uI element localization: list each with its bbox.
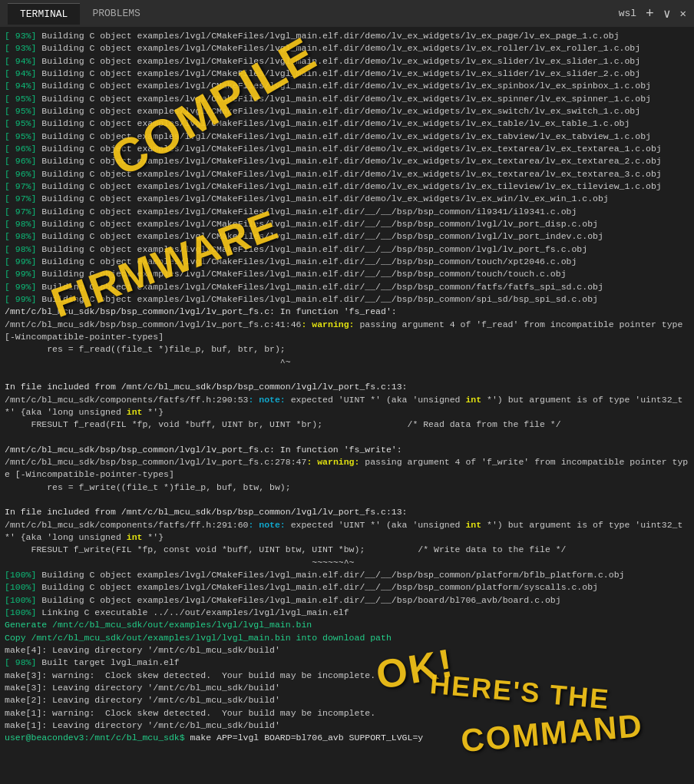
terminal-line: [ 99%] Building C object examples/lvgl/C… — [5, 281, 689, 293]
terminal-line: In file included from /mnt/c/bl_mcu_sdk/… — [5, 381, 689, 393]
terminal-body[interactable]: [ 93%] Building C object examples/lvgl/C… — [0, 27, 694, 784]
problems-tab[interactable]: PROBLEMS — [80, 3, 152, 24]
terminal-line: Copy /mnt/c/bl_mcu_sdk/out/examples/lvgl… — [5, 632, 689, 644]
terminal-line: make[3]: warning: Clock skew detected. Y… — [5, 670, 689, 682]
terminal-output: [ 93%] Building C object examples/lvgl/C… — [5, 30, 689, 745]
terminal-line: [100%] Building C object examples/lvgl/C… — [5, 594, 689, 607]
terminal-line: [ 94%] Building C object examples/lvgl/C… — [5, 55, 689, 68]
terminal-line: /mnt/c/bl_mcu_sdk/bsp/bsp_common/lvgl/lv… — [5, 306, 689, 318]
terminal-line: [ 96%] Building C object examples/lvgl/C… — [5, 143, 689, 155]
terminal-line: [ 96%] Building C object examples/lvgl/C… — [5, 168, 689, 180]
terminal-line: /mnt/c/bl_mcu_sdk/components/fatfs/ff.h:… — [5, 519, 689, 544]
terminal-line: [ 98%] Building C object examples/lvgl/C… — [5, 218, 689, 230]
terminal-line: make[3]: Leaving directory '/mnt/c/bl_mc… — [5, 682, 689, 694]
terminal-line: [ 95%] Building C object examples/lvgl/C… — [5, 105, 689, 117]
terminal-line: [ 96%] Building C object examples/lvgl/C… — [5, 155, 689, 167]
terminal-line: /mnt/c/bl_mcu_sdk/components/fatfs/ff.h:… — [5, 394, 689, 419]
terminal-line: [ 98%] Built target lvgl_main.elf — [5, 657, 689, 669]
terminal-line: ^~ — [5, 356, 689, 369]
terminal-line: Generate /mnt/c/bl_mcu_sdk/out/examples/… — [5, 619, 689, 631]
terminal-line: [100%] Building C object examples/lvgl/C… — [5, 569, 689, 581]
terminal-line: [ 94%] Building C object examples/lvgl/C… — [5, 68, 689, 80]
terminal-line: [ 99%] Building C object examples/lvgl/C… — [5, 256, 689, 268]
terminal-line: [ 98%] Building C object examples/lvgl/C… — [5, 243, 689, 256]
terminal-line: [ 95%] Building C object examples/lvgl/C… — [5, 93, 689, 105]
terminal-line: FRESULT f_read(FIL *fp, void *buff, UINT… — [5, 418, 689, 431]
titlebar: TERMINAL PROBLEMS wsl + ∨ ✕ — [0, 0, 694, 27]
terminal-line: /mnt/c/bl_mcu_sdk/bsp/bsp_common/lvgl/lv… — [5, 319, 689, 344]
terminal-line: [ 93%] Building C object examples/lvgl/C… — [5, 42, 689, 55]
terminal-line: In file included from /mnt/c/bl_mcu_sdk/… — [5, 506, 689, 518]
terminal-line: FRESULT f_write(FIL *fp, const void *buf… — [5, 544, 689, 556]
terminal-line: make[1]: Leaving directory '/mnt/c/bl_mc… — [5, 719, 689, 732]
chevron-down-icon[interactable]: ∨ — [663, 6, 671, 22]
terminal-line: [ 97%] Building C object examples/lvgl/C… — [5, 193, 689, 205]
terminal-line: res = f_read((file_t *)file_p, buf, btr,… — [5, 343, 689, 356]
add-terminal-icon[interactable]: + — [646, 6, 654, 22]
terminal-line: [ 99%] Building C object examples/lvgl/C… — [5, 268, 689, 280]
terminal-line: [ 95%] Building C object examples/lvgl/C… — [5, 117, 689, 130]
close-icon[interactable]: ✕ — [680, 7, 686, 20]
wsl-label: wsl — [619, 8, 636, 19]
titlebar-controls: wsl + ∨ ✕ — [619, 6, 686, 22]
terminal-line: make[4]: Leaving directory '/mnt/c/bl_mc… — [5, 644, 689, 657]
terminal-line: [ 93%] Building C object examples/lvgl/C… — [5, 30, 689, 42]
terminal-line: [ 98%] Building C object examples/lvgl/C… — [5, 230, 689, 243]
terminal-line — [5, 369, 689, 381]
terminal-tab[interactable]: TERMINAL — [8, 3, 80, 25]
terminal-line: [ 97%] Building C object examples/lvgl/C… — [5, 180, 689, 193]
terminal-line: user@beacondev3:/mnt/c/bl_mcu_sdk$ make … — [5, 732, 689, 744]
terminal-window: TERMINAL PROBLEMS wsl + ∨ ✕ [ 93%] Build… — [0, 0, 694, 784]
terminal-line: [100%] Linking C executable ../../out/ex… — [5, 607, 689, 619]
terminal-line: res = f_write((file_t *)file_p, buf, btw… — [5, 481, 689, 494]
terminal-line: /mnt/c/bl_mcu_sdk/bsp/bsp_common/lvgl/lv… — [5, 456, 689, 481]
terminal-line: ~~~~~~^~ — [5, 557, 689, 569]
terminal-line — [5, 432, 689, 444]
terminal-line: [ 99%] Building C object examples/lvgl/C… — [5, 293, 689, 306]
terminal-line: [ 94%] Building C object examples/lvgl/C… — [5, 80, 689, 92]
terminal-line — [5, 494, 689, 506]
terminal-line: [ 97%] Building C object examples/lvgl/C… — [5, 206, 689, 218]
terminal-line: make[1]: warning: Clock skew detected. Y… — [5, 707, 689, 719]
terminal-line: [ 95%] Building C object examples/lvgl/C… — [5, 131, 689, 143]
terminal-line: [100%] Building C object examples/lvgl/C… — [5, 581, 689, 594]
terminal-line: /mnt/c/bl_mcu_sdk/bsp/bsp_common/lvgl/lv… — [5, 444, 689, 456]
terminal-line: make[2]: Leaving directory '/mnt/c/bl_mc… — [5, 694, 689, 706]
